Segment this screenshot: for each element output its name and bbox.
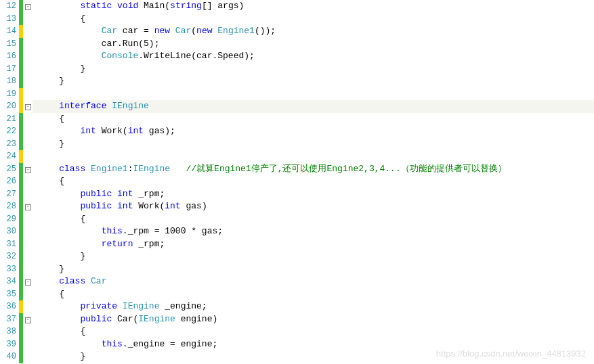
code-line[interactable]: { [33, 175, 594, 188]
code-line[interactable] [33, 150, 594, 163]
change-marker [19, 263, 23, 276]
code-line[interactable] [33, 88, 594, 101]
code-line[interactable]: } [33, 263, 594, 276]
code-line[interactable]: public Car(IEngine engine) [33, 313, 594, 326]
line-number[interactable]: 26 [0, 177, 19, 186]
token-plain [38, 314, 80, 324]
token-plain: } [38, 64, 85, 74]
code-line[interactable]: public int Work(int gas) [33, 200, 594, 213]
line-number[interactable]: 17 [0, 64, 19, 74]
change-marker [19, 113, 23, 126]
token-plain [38, 26, 102, 36]
code-line[interactable]: Car car = new Car(new Engine1()); [33, 25, 594, 38]
gutter-row: 24 [0, 150, 33, 163]
code-line[interactable]: { [33, 213, 594, 226]
line-number[interactable]: 39 [0, 340, 19, 349]
code-line[interactable]: static void Main(string[] args) [33, 0, 594, 13]
line-number[interactable]: 35 [0, 290, 19, 299]
line-number[interactable]: 24 [0, 152, 19, 161]
line-number[interactable]: 13 [0, 14, 19, 24]
line-number[interactable]: 27 [0, 189, 19, 199]
collapse-icon[interactable]: - [25, 104, 31, 110]
line-number[interactable]: 38 [0, 327, 19, 336]
code-line[interactable]: } [33, 250, 594, 263]
code-line[interactable]: } [33, 63, 594, 76]
line-number[interactable]: 21 [0, 114, 19, 124]
code-line[interactable]: this._engine = engine; [33, 338, 594, 351]
line-number[interactable]: 18 [0, 76, 19, 86]
change-marker [19, 325, 23, 338]
fold-toggle[interactable]: - [23, 315, 33, 323]
change-marker [19, 288, 23, 301]
code-line[interactable]: public int _rpm; [33, 188, 594, 201]
gutter-row: 14 [0, 25, 33, 38]
line-number[interactable]: 22 [0, 127, 19, 136]
fold-toggle[interactable]: - [23, 102, 33, 110]
fold-toggle[interactable]: - [23, 202, 33, 210]
code-line[interactable]: private IEngine _engine; [33, 300, 594, 313]
gutter-row: 35 [0, 288, 33, 301]
gutter-row: 36 [0, 300, 33, 313]
line-number[interactable]: 20 [0, 101, 19, 111]
fold-toggle[interactable]: - [23, 2, 33, 10]
line-number[interactable]: 19 [0, 89, 19, 99]
code-line[interactable]: { [33, 288, 594, 301]
token-plain: [] args) [202, 1, 244, 11]
token-plain: ._rpm = 1000 * gas; [123, 226, 223, 236]
line-number[interactable]: 37 [0, 315, 19, 324]
fold-toggle[interactable]: - [23, 277, 33, 286]
token-plain: { [38, 326, 85, 336]
change-marker [19, 225, 23, 238]
gutter-row: 23 [0, 138, 33, 151]
code-line[interactable]: interface IEngine [33, 100, 594, 113]
line-number[interactable]: 16 [0, 51, 19, 61]
code-line[interactable]: } [33, 75, 594, 88]
line-number[interactable]: 40 [0, 352, 19, 361]
line-number[interactable]: 12 [0, 1, 19, 11]
token-plain: } [38, 264, 64, 274]
code-line[interactable]: return _rpm; [33, 238, 594, 251]
collapse-icon[interactable]: - [25, 317, 31, 323]
line-number[interactable]: 36 [0, 302, 19, 311]
line-number[interactable]: 14 [0, 26, 19, 36]
collapse-icon[interactable]: - [25, 204, 31, 210]
code-line[interactable]: } [33, 138, 594, 151]
code-line[interactable]: { [33, 325, 594, 338]
line-number[interactable]: 28 [0, 202, 19, 211]
line-number[interactable]: 29 [0, 214, 19, 224]
code-line[interactable]: Console.WriteLine(car.Speed); [33, 50, 594, 63]
code-line[interactable]: { [33, 13, 594, 26]
token-plain: _rpm; [133, 239, 165, 249]
token-plain [38, 301, 80, 311]
token-kw: class [59, 164, 85, 174]
code-editor[interactable]: 12-1314151617181920-2122232425-262728-29… [0, 0, 594, 364]
line-number[interactable]: 31 [0, 240, 19, 249]
change-marker [19, 88, 23, 101]
code-line[interactable]: class Engine1:IEngine //就算Engine1停产了,还可以… [33, 163, 594, 176]
token-plain [38, 339, 102, 349]
line-number[interactable]: 15 [0, 39, 19, 49]
collapse-icon[interactable]: - [25, 279, 31, 286]
code-line[interactable]: class Car [33, 275, 594, 288]
code-line[interactable]: int Work(int gas); [33, 125, 594, 138]
code-line[interactable]: car.Run(5); [33, 38, 594, 51]
token-kw: public [80, 189, 112, 199]
token-type: IEngine [123, 301, 160, 311]
collapse-icon[interactable]: - [25, 4, 31, 10]
collapse-icon[interactable]: - [25, 167, 31, 173]
fold-toggle[interactable]: - [23, 165, 33, 173]
code-line[interactable]: this._rpm = 1000 * gas; [33, 225, 594, 238]
code-line[interactable]: } [33, 350, 594, 363]
code-line[interactable]: { [33, 113, 594, 126]
line-number[interactable]: 23 [0, 139, 19, 149]
gutter-row: 12- [0, 0, 33, 13]
line-number[interactable]: 34 [0, 277, 19, 286]
gutter-row: 22 [0, 125, 33, 138]
line-number[interactable]: 25 [0, 164, 19, 174]
token-plain: } [38, 251, 85, 261]
line-number[interactable]: 33 [0, 265, 19, 274]
line-number[interactable]: 32 [0, 252, 19, 261]
code-area[interactable]: static void Main(string[] args) { Car ca… [33, 0, 594, 364]
line-number[interactable]: 30 [0, 227, 19, 236]
token-kw: new [154, 26, 170, 36]
